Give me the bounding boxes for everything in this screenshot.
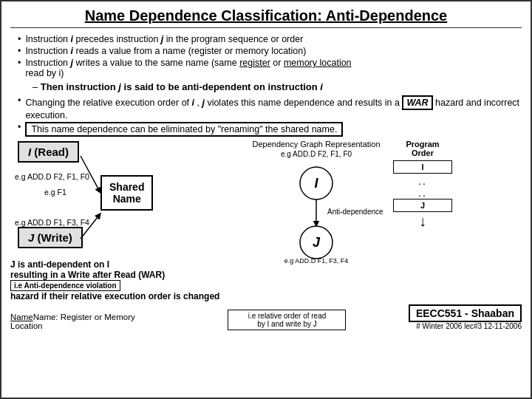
dep-graph-section: Dependency Graph Representation e.g ADD.…	[242, 140, 390, 301]
bullet-1-text: Instruction i precedes instruction j in …	[25, 34, 303, 44]
eg-add-bottom: e.g ADD.D F1, F3, F4	[15, 218, 89, 227]
footer-center-line2: by I and write by J	[257, 320, 317, 328]
bullet-3: • Instruction j writes a value to the sa…	[18, 58, 522, 78]
eecc-label: EECC551 - Shaaban	[409, 304, 522, 322]
bullets-section: • Instruction i precedes instruction j i…	[18, 34, 522, 78]
j-write-box: J (Write)	[18, 227, 83, 248]
bullet-1: • Instruction i precedes instruction j i…	[18, 34, 522, 44]
main-container: Name Dependence Classification: Anti-Dep…	[0, 0, 532, 399]
dep-graph-eg: e.g ADD.D F2, F1, F0	[242, 150, 390, 158]
bullet-5: • This name dependence can be eliminated…	[18, 122, 522, 137]
footer-center: i.e relative order of read by I and writ…	[228, 310, 346, 330]
bullet-dot-1: •	[18, 34, 21, 44]
i-read-box: I (Read)	[18, 141, 79, 163]
footer-center-line1: i.e relative order of read	[248, 312, 327, 320]
footer-center-box: i.e relative order of read by I and writ…	[228, 310, 346, 330]
right-col: ProgramOrder I .. .. J ↓	[393, 140, 452, 301]
left-panel: I (Read) e.g ADD.D F2, F1, F0 e.g F1 Sha…	[10, 140, 239, 301]
prog-order-dots-2: ..	[393, 187, 452, 199]
date-label: # Winter 2006 lec#3 12-11-2006	[409, 322, 522, 330]
then-line: – Then instruction j is said to be anti-…	[33, 81, 522, 92]
bullet-dot-4: •	[18, 95, 21, 106]
prog-order-i: I	[393, 160, 452, 174]
dep-graph-label: Dependency Graph Representation	[242, 140, 390, 149]
footer-section: NameName: Register or Memory Location i.…	[10, 304, 522, 330]
bullets-section-2: • Changing the relative execution order …	[18, 95, 522, 137]
bullet-dot-5: •	[18, 122, 21, 132]
svg-text:J: J	[313, 235, 321, 250]
prog-order-j: J	[393, 199, 452, 212]
svg-text:Anti-dependence: Anti-dependence	[327, 208, 383, 216]
bullet-4-text: Changing the relative execution order of…	[25, 95, 522, 120]
bottom-section: I (Read) e.g ADD.D F2, F1, F0 e.g F1 Sha…	[10, 140, 522, 301]
dep-graph-svg: I J Anti-dependence e.g ADD.D F1, F3, F4	[242, 161, 390, 265]
bullet-3-text: Instruction j writes a value to the same…	[25, 58, 351, 78]
eg-add-top: e.g ADD.D F2, F1, F0	[15, 172, 89, 181]
bullet-2: • Instruction i reads a value from a nam…	[18, 46, 522, 56]
footer-right: EECC551 - Shaaban # Winter 2006 lec#3 12…	[409, 304, 522, 330]
prog-order-dots-1: ..	[393, 175, 452, 187]
bullet-2-text: Instruction i reads a value from a name …	[25, 46, 306, 56]
shared-name-diagram: SharedName	[100, 175, 153, 211]
violation-box: i.e Anti-dependence violation	[10, 280, 120, 291]
anti-dep-text: J is anti-dependent on I resulting in a …	[10, 259, 239, 301]
title-underlined: Anti-Dependence	[326, 7, 447, 24]
name-label: Name	[10, 313, 33, 321]
svg-text:e.g ADD.D  F1, F3, F4: e.g ADD.D F1, F3, F4	[284, 257, 349, 265]
program-order: ProgramOrder I .. .. J ↓	[393, 140, 452, 228]
page-title: Name Dependence Classification: Anti-Dep…	[10, 7, 522, 28]
diagram-area: I (Read) e.g ADD.D F2, F1, F0 e.g F1 Sha…	[10, 140, 239, 258]
footer-left: NameName: Register or Memory Location	[10, 313, 166, 330]
bullet-dot-2: •	[18, 46, 21, 56]
title-prefix: Name Dependence Classification:	[85, 7, 326, 24]
bullet-5-text: This name dependence can be eliminated b…	[25, 122, 343, 137]
bullet-4: • Changing the relative execution order …	[18, 95, 522, 120]
prog-order-arrow: ↓	[393, 214, 452, 228]
eg-f1-label: e.g F1	[44, 188, 66, 197]
bullet-dot-3: •	[18, 58, 21, 68]
